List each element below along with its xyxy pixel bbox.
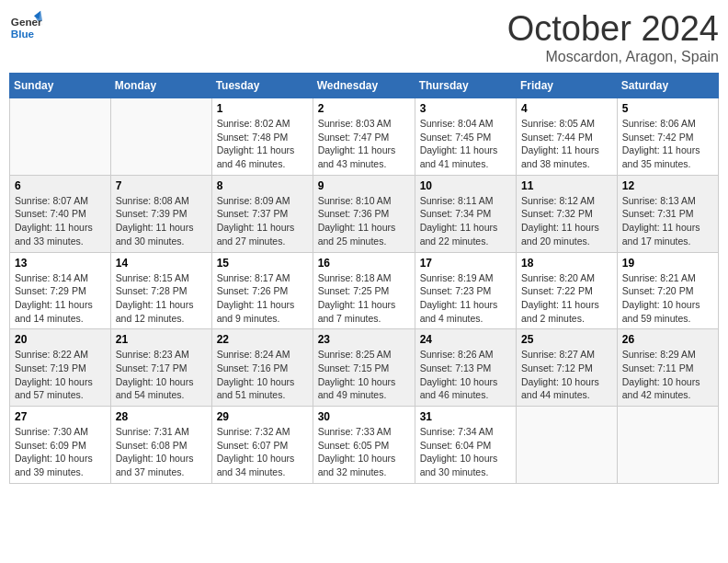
day-number: 27 bbox=[15, 410, 106, 423]
day-info: Sunrise: 8:12 AM Sunset: 7:32 PM Dayligh… bbox=[521, 194, 612, 248]
day-info: Sunrise: 8:02 AM Sunset: 7:48 PM Dayligh… bbox=[217, 117, 308, 171]
calendar-cell: 30Sunrise: 7:33 AM Sunset: 6:05 PM Dayli… bbox=[313, 407, 415, 484]
calendar-cell: 28Sunrise: 7:31 AM Sunset: 6:08 PM Dayli… bbox=[110, 407, 211, 484]
day-number: 6 bbox=[15, 179, 106, 192]
day-number: 16 bbox=[318, 257, 410, 270]
day-number: 18 bbox=[521, 257, 612, 270]
calendar-cell: 17Sunrise: 8:19 AM Sunset: 7:23 PM Dayli… bbox=[415, 252, 516, 329]
day-number: 3 bbox=[420, 102, 511, 115]
day-number: 12 bbox=[622, 179, 713, 192]
header-cell: Sunday bbox=[10, 74, 111, 98]
calendar-week-row: 13Sunrise: 8:14 AM Sunset: 7:29 PM Dayli… bbox=[10, 252, 719, 329]
header-row: SundayMondayTuesdayWednesdayThursdayFrid… bbox=[10, 74, 719, 98]
day-info: Sunrise: 8:13 AM Sunset: 7:31 PM Dayligh… bbox=[622, 194, 713, 248]
location: Moscardon, Aragon, Spain bbox=[507, 49, 719, 65]
calendar-cell: 14Sunrise: 8:15 AM Sunset: 7:28 PM Dayli… bbox=[110, 252, 211, 329]
day-info: Sunrise: 8:15 AM Sunset: 7:28 PM Dayligh… bbox=[116, 271, 207, 326]
month-title: October 2024 bbox=[507, 9, 719, 49]
calendar-cell: 7Sunrise: 8:08 AM Sunset: 7:39 PM Daylig… bbox=[110, 175, 211, 252]
day-info: Sunrise: 8:14 AM Sunset: 7:29 PM Dayligh… bbox=[15, 271, 106, 326]
day-number: 10 bbox=[420, 179, 511, 192]
calendar-cell bbox=[517, 407, 618, 484]
header-cell: Wednesday bbox=[313, 74, 415, 98]
calendar-cell: 8Sunrise: 8:09 AM Sunset: 7:37 PM Daylig… bbox=[211, 175, 313, 252]
calendar-cell: 20Sunrise: 8:22 AM Sunset: 7:19 PM Dayli… bbox=[10, 329, 111, 407]
day-info: Sunrise: 8:06 AM Sunset: 7:42 PM Dayligh… bbox=[622, 117, 713, 171]
day-info: Sunrise: 8:18 AM Sunset: 7:25 PM Dayligh… bbox=[318, 271, 410, 326]
calendar-cell bbox=[110, 98, 211, 176]
calendar-table: SundayMondayTuesdayWednesdayThursdayFrid… bbox=[9, 73, 719, 484]
day-number: 1 bbox=[217, 102, 308, 115]
calendar-cell: 16Sunrise: 8:18 AM Sunset: 7:25 PM Dayli… bbox=[313, 252, 415, 329]
day-info: Sunrise: 7:31 AM Sunset: 6:08 PM Dayligh… bbox=[116, 425, 207, 479]
title-block: October 2024 Moscardon, Aragon, Spain bbox=[507, 9, 719, 65]
calendar-cell: 2Sunrise: 8:03 AM Sunset: 7:47 PM Daylig… bbox=[313, 98, 415, 176]
day-number: 11 bbox=[521, 179, 612, 192]
day-number: 31 bbox=[420, 410, 511, 423]
day-info: Sunrise: 8:08 AM Sunset: 7:39 PM Dayligh… bbox=[116, 194, 207, 248]
day-number: 29 bbox=[217, 410, 308, 423]
calendar-cell: 5Sunrise: 8:06 AM Sunset: 7:42 PM Daylig… bbox=[617, 98, 718, 176]
day-number: 24 bbox=[420, 333, 511, 346]
day-info: Sunrise: 7:34 AM Sunset: 6:04 PM Dayligh… bbox=[420, 425, 511, 479]
calendar-week-row: 27Sunrise: 7:30 AM Sunset: 6:09 PM Dayli… bbox=[10, 407, 719, 484]
day-number: 22 bbox=[217, 333, 308, 346]
day-info: Sunrise: 8:19 AM Sunset: 7:23 PM Dayligh… bbox=[420, 271, 511, 326]
calendar-week-row: 1Sunrise: 8:02 AM Sunset: 7:48 PM Daylig… bbox=[10, 98, 719, 176]
calendar-cell: 22Sunrise: 8:24 AM Sunset: 7:16 PM Dayli… bbox=[211, 329, 313, 407]
calendar-cell: 21Sunrise: 8:23 AM Sunset: 7:17 PM Dayli… bbox=[110, 329, 211, 407]
day-info: Sunrise: 8:03 AM Sunset: 7:47 PM Dayligh… bbox=[318, 117, 410, 171]
page-header: General Blue October 2024 Moscardon, Ara… bbox=[9, 9, 719, 65]
day-number: 20 bbox=[15, 333, 106, 346]
calendar-cell: 12Sunrise: 8:13 AM Sunset: 7:31 PM Dayli… bbox=[617, 175, 718, 252]
header-cell: Friday bbox=[517, 74, 618, 98]
day-number: 23 bbox=[318, 333, 410, 346]
day-info: Sunrise: 8:29 AM Sunset: 7:11 PM Dayligh… bbox=[622, 348, 713, 402]
logo: General Blue bbox=[9, 9, 42, 42]
day-number: 2 bbox=[318, 102, 410, 115]
day-info: Sunrise: 8:17 AM Sunset: 7:26 PM Dayligh… bbox=[217, 271, 308, 326]
day-info: Sunrise: 8:10 AM Sunset: 7:36 PM Dayligh… bbox=[318, 194, 410, 248]
calendar-cell: 1Sunrise: 8:02 AM Sunset: 7:48 PM Daylig… bbox=[211, 98, 313, 176]
calendar-cell bbox=[617, 407, 718, 484]
svg-text:Blue: Blue bbox=[11, 28, 35, 40]
calendar-cell: 4Sunrise: 8:05 AM Sunset: 7:44 PM Daylig… bbox=[517, 98, 618, 176]
day-number: 25 bbox=[521, 333, 612, 346]
day-info: Sunrise: 8:21 AM Sunset: 7:20 PM Dayligh… bbox=[622, 271, 713, 326]
calendar-body: 1Sunrise: 8:02 AM Sunset: 7:48 PM Daylig… bbox=[10, 98, 719, 484]
day-number: 8 bbox=[217, 179, 308, 192]
day-number: 13 bbox=[15, 257, 106, 270]
day-number: 4 bbox=[521, 102, 612, 115]
calendar-header: SundayMondayTuesdayWednesdayThursdayFrid… bbox=[10, 74, 719, 98]
day-number: 26 bbox=[622, 333, 713, 346]
calendar-cell: 24Sunrise: 8:26 AM Sunset: 7:13 PM Dayli… bbox=[415, 329, 516, 407]
header-cell: Tuesday bbox=[211, 74, 313, 98]
day-info: Sunrise: 8:11 AM Sunset: 7:34 PM Dayligh… bbox=[420, 194, 511, 248]
calendar-cell: 25Sunrise: 8:27 AM Sunset: 7:12 PM Dayli… bbox=[517, 329, 618, 407]
calendar-cell: 19Sunrise: 8:21 AM Sunset: 7:20 PM Dayli… bbox=[617, 252, 718, 329]
calendar-cell: 26Sunrise: 8:29 AM Sunset: 7:11 PM Dayli… bbox=[617, 329, 718, 407]
day-number: 7 bbox=[116, 179, 207, 192]
calendar-cell: 27Sunrise: 7:30 AM Sunset: 6:09 PM Dayli… bbox=[10, 407, 111, 484]
day-info: Sunrise: 8:23 AM Sunset: 7:17 PM Dayligh… bbox=[116, 348, 207, 402]
day-info: Sunrise: 7:32 AM Sunset: 6:07 PM Dayligh… bbox=[217, 425, 308, 479]
day-info: Sunrise: 8:05 AM Sunset: 7:44 PM Dayligh… bbox=[521, 117, 612, 171]
day-info: Sunrise: 8:25 AM Sunset: 7:15 PM Dayligh… bbox=[318, 348, 410, 402]
day-info: Sunrise: 7:33 AM Sunset: 6:05 PM Dayligh… bbox=[318, 425, 410, 479]
day-number: 30 bbox=[318, 410, 410, 423]
day-info: Sunrise: 7:30 AM Sunset: 6:09 PM Dayligh… bbox=[15, 425, 106, 479]
header-cell: Thursday bbox=[415, 74, 516, 98]
day-info: Sunrise: 8:24 AM Sunset: 7:16 PM Dayligh… bbox=[217, 348, 308, 402]
calendar-cell: 31Sunrise: 7:34 AM Sunset: 6:04 PM Dayli… bbox=[415, 407, 516, 484]
calendar-cell: 29Sunrise: 7:32 AM Sunset: 6:07 PM Dayli… bbox=[211, 407, 313, 484]
day-info: Sunrise: 8:09 AM Sunset: 7:37 PM Dayligh… bbox=[217, 194, 308, 248]
day-number: 14 bbox=[116, 257, 207, 270]
day-number: 15 bbox=[217, 257, 308, 270]
day-info: Sunrise: 8:20 AM Sunset: 7:22 PM Dayligh… bbox=[521, 271, 612, 326]
calendar-cell: 9Sunrise: 8:10 AM Sunset: 7:36 PM Daylig… bbox=[313, 175, 415, 252]
calendar-week-row: 20Sunrise: 8:22 AM Sunset: 7:19 PM Dayli… bbox=[10, 329, 719, 407]
calendar-cell: 13Sunrise: 8:14 AM Sunset: 7:29 PM Dayli… bbox=[10, 252, 111, 329]
calendar-cell: 15Sunrise: 8:17 AM Sunset: 7:26 PM Dayli… bbox=[211, 252, 313, 329]
calendar-week-row: 6Sunrise: 8:07 AM Sunset: 7:40 PM Daylig… bbox=[10, 175, 719, 252]
calendar-cell: 10Sunrise: 8:11 AM Sunset: 7:34 PM Dayli… bbox=[415, 175, 516, 252]
